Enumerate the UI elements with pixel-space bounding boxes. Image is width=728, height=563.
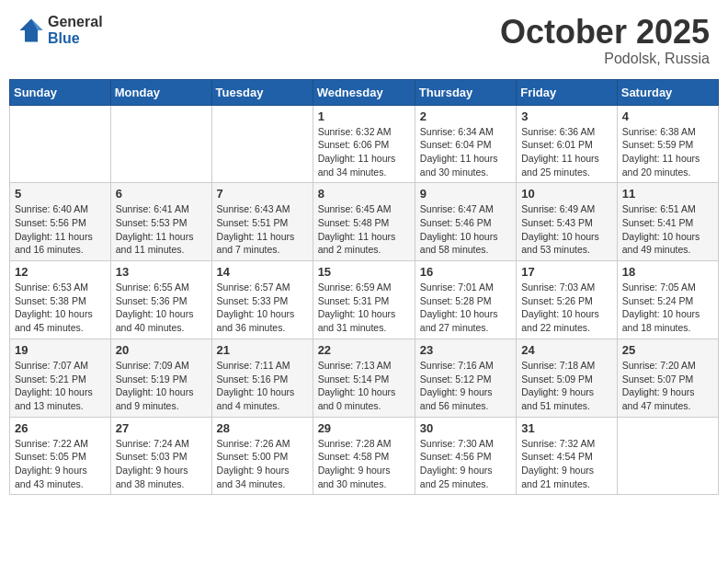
day-number: 13 [116, 265, 207, 279]
calendar-cell: 14Sunrise: 6:57 AM Sunset: 5:33 PM Dayli… [211, 261, 313, 339]
calendar-cell: 10Sunrise: 6:49 AM Sunset: 5:43 PM Dayli… [517, 183, 618, 261]
calendar-cell: 4Sunrise: 6:38 AM Sunset: 5:59 PM Daylig… [617, 105, 718, 183]
weekday-header-tuesday: Tuesday [211, 79, 313, 105]
title-block: October 2025 Podolsk, Russia [500, 14, 710, 67]
calendar-cell: 3Sunrise: 6:36 AM Sunset: 6:01 PM Daylig… [517, 105, 618, 183]
day-number: 14 [217, 265, 308, 279]
day-number: 30 [420, 421, 511, 435]
day-number: 20 [116, 343, 207, 357]
calendar-table: SundayMondayTuesdayWednesdayThursdayFrid… [9, 79, 719, 496]
day-number: 7 [217, 187, 308, 201]
day-info: Sunrise: 6:47 AM Sunset: 5:46 PM Dayligh… [420, 202, 511, 257]
day-number: 19 [15, 343, 106, 357]
day-info: Sunrise: 6:38 AM Sunset: 5:59 PM Dayligh… [622, 125, 713, 179]
calendar-cell: 26Sunrise: 7:22 AM Sunset: 5:05 PM Dayli… [10, 417, 111, 495]
day-number: 28 [217, 421, 308, 435]
day-number: 2 [420, 109, 511, 123]
day-number: 9 [420, 187, 511, 201]
calendar-week-row: 1Sunrise: 6:32 AM Sunset: 6:06 PM Daylig… [10, 105, 719, 183]
calendar-cell: 25Sunrise: 7:20 AM Sunset: 5:07 PM Dayli… [617, 339, 718, 417]
calendar-week-row: 19Sunrise: 7:07 AM Sunset: 5:21 PM Dayli… [10, 339, 719, 417]
calendar-cell: 31Sunrise: 7:32 AM Sunset: 4:54 PM Dayli… [517, 417, 618, 495]
day-info: Sunrise: 6:53 AM Sunset: 5:38 PM Dayligh… [15, 281, 106, 335]
day-number: 24 [521, 343, 612, 357]
day-number: 17 [521, 265, 612, 279]
day-info: Sunrise: 7:24 AM Sunset: 5:03 PM Dayligh… [116, 437, 207, 491]
day-number: 10 [521, 187, 612, 201]
logo-general-text: General [48, 14, 103, 30]
day-info: Sunrise: 7:28 AM Sunset: 4:58 PM Dayligh… [318, 437, 410, 491]
day-number: 21 [217, 343, 308, 357]
day-info: Sunrise: 7:18 AM Sunset: 5:09 PM Dayligh… [521, 359, 612, 413]
weekday-header-row: SundayMondayTuesdayWednesdayThursdayFrid… [10, 79, 719, 105]
day-info: Sunrise: 7:13 AM Sunset: 5:14 PM Dayligh… [318, 359, 410, 413]
day-info: Sunrise: 6:34 AM Sunset: 6:04 PM Dayligh… [420, 125, 511, 179]
day-number: 23 [420, 343, 511, 357]
day-info: Sunrise: 7:11 AM Sunset: 5:16 PM Dayligh… [217, 359, 308, 413]
day-info: Sunrise: 7:05 AM Sunset: 5:24 PM Dayligh… [622, 281, 713, 335]
day-info: Sunrise: 7:22 AM Sunset: 5:05 PM Dayligh… [15, 437, 106, 491]
calendar-cell: 2Sunrise: 6:34 AM Sunset: 6:04 PM Daylig… [415, 105, 516, 183]
calendar-week-row: 5Sunrise: 6:40 AM Sunset: 5:56 PM Daylig… [10, 183, 719, 261]
page-header: General Blue October 2025 Podolsk, Russi… [9, 9, 719, 72]
month-title: October 2025 [500, 14, 710, 51]
day-info: Sunrise: 6:40 AM Sunset: 5:56 PM Dayligh… [15, 202, 106, 257]
calendar-cell: 13Sunrise: 6:55 AM Sunset: 5:36 PM Dayli… [110, 261, 211, 339]
day-number: 4 [622, 109, 713, 123]
calendar-cell [10, 105, 111, 183]
day-info: Sunrise: 7:30 AM Sunset: 4:56 PM Dayligh… [420, 437, 511, 491]
weekday-header-sunday: Sunday [10, 79, 111, 105]
day-number: 29 [318, 421, 410, 435]
calendar-cell: 21Sunrise: 7:11 AM Sunset: 5:16 PM Dayli… [211, 339, 313, 417]
calendar-cell [211, 105, 313, 183]
calendar-cell: 6Sunrise: 6:41 AM Sunset: 5:53 PM Daylig… [110, 183, 211, 261]
day-info: Sunrise: 6:59 AM Sunset: 5:31 PM Dayligh… [318, 281, 410, 335]
calendar-cell: 22Sunrise: 7:13 AM Sunset: 5:14 PM Dayli… [313, 339, 415, 417]
day-info: Sunrise: 6:32 AM Sunset: 6:06 PM Dayligh… [318, 125, 410, 179]
day-info: Sunrise: 6:43 AM Sunset: 5:51 PM Dayligh… [217, 202, 308, 257]
calendar-cell: 28Sunrise: 7:26 AM Sunset: 5:00 PM Dayli… [211, 417, 313, 495]
day-info: Sunrise: 7:07 AM Sunset: 5:21 PM Dayligh… [15, 359, 106, 413]
day-info: Sunrise: 7:09 AM Sunset: 5:19 PM Dayligh… [116, 359, 207, 413]
day-number: 3 [521, 109, 612, 123]
calendar-cell [110, 105, 211, 183]
logo-icon [18, 17, 44, 43]
day-info: Sunrise: 6:57 AM Sunset: 5:33 PM Dayligh… [217, 281, 308, 335]
weekday-header-friday: Friday [517, 79, 618, 105]
weekday-header-saturday: Saturday [617, 79, 718, 105]
day-number: 16 [420, 265, 511, 279]
day-info: Sunrise: 6:36 AM Sunset: 6:01 PM Dayligh… [521, 125, 612, 179]
calendar-cell: 30Sunrise: 7:30 AM Sunset: 4:56 PM Dayli… [415, 417, 516, 495]
weekday-header-thursday: Thursday [415, 79, 516, 105]
day-number: 25 [622, 343, 713, 357]
calendar-cell: 8Sunrise: 6:45 AM Sunset: 5:48 PM Daylig… [313, 183, 415, 261]
day-info: Sunrise: 7:26 AM Sunset: 5:00 PM Dayligh… [217, 437, 308, 491]
calendar-cell: 18Sunrise: 7:05 AM Sunset: 5:24 PM Dayli… [617, 261, 718, 339]
weekday-header-wednesday: Wednesday [313, 79, 415, 105]
calendar-cell: 12Sunrise: 6:53 AM Sunset: 5:38 PM Dayli… [10, 261, 111, 339]
day-info: Sunrise: 7:16 AM Sunset: 5:12 PM Dayligh… [420, 359, 511, 413]
day-info: Sunrise: 7:01 AM Sunset: 5:28 PM Dayligh… [420, 281, 511, 335]
day-info: Sunrise: 6:49 AM Sunset: 5:43 PM Dayligh… [521, 202, 612, 257]
day-info: Sunrise: 7:20 AM Sunset: 5:07 PM Dayligh… [622, 359, 713, 413]
day-number: 12 [15, 265, 106, 279]
calendar-cell: 27Sunrise: 7:24 AM Sunset: 5:03 PM Dayli… [110, 417, 211, 495]
day-info: Sunrise: 7:32 AM Sunset: 4:54 PM Dayligh… [521, 437, 612, 491]
day-info: Sunrise: 7:03 AM Sunset: 5:26 PM Dayligh… [521, 281, 612, 335]
day-number: 31 [521, 421, 612, 435]
day-info: Sunrise: 6:45 AM Sunset: 5:48 PM Dayligh… [318, 202, 410, 257]
day-number: 15 [318, 265, 410, 279]
day-number: 26 [15, 421, 106, 435]
day-info: Sunrise: 6:55 AM Sunset: 5:36 PM Dayligh… [116, 281, 207, 335]
location-subtitle: Podolsk, Russia [500, 51, 710, 67]
calendar-cell [617, 417, 718, 495]
weekday-header-monday: Monday [110, 79, 211, 105]
day-number: 18 [622, 265, 713, 279]
calendar-cell: 9Sunrise: 6:47 AM Sunset: 5:46 PM Daylig… [415, 183, 516, 261]
day-number: 27 [116, 421, 207, 435]
calendar-cell: 24Sunrise: 7:18 AM Sunset: 5:09 PM Dayli… [517, 339, 618, 417]
day-number: 11 [622, 187, 713, 201]
calendar-cell: 29Sunrise: 7:28 AM Sunset: 4:58 PM Dayli… [313, 417, 415, 495]
calendar-cell: 1Sunrise: 6:32 AM Sunset: 6:06 PM Daylig… [313, 105, 415, 183]
calendar-cell: 23Sunrise: 7:16 AM Sunset: 5:12 PM Dayli… [415, 339, 516, 417]
